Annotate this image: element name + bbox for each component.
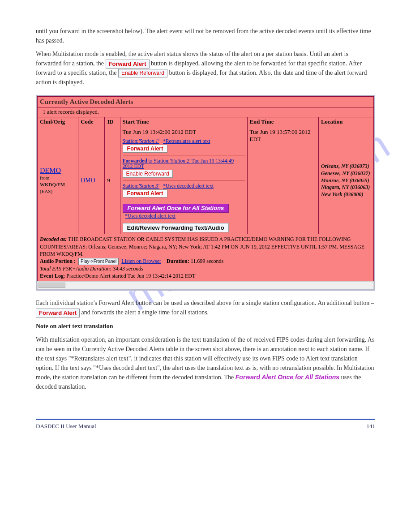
col-start: Start Time (120, 117, 247, 127)
start-cell: Tue Jun 19 13:42:00 2012 EDT Station:'St… (120, 127, 247, 234)
table-status: 1 alert records displayed. (38, 107, 374, 117)
forward-alert-button-inline[interactable]: Forward Alert (106, 60, 150, 69)
intro-p1: When Multistation mode is enabled, the a… (36, 50, 375, 87)
fwd-all-text: Forward Alert Once for All Stations (235, 373, 339, 381)
col-code: Code (78, 117, 105, 127)
fwd-all-note[interactable]: *Uses decoded alert text (125, 213, 176, 219)
code-cell: DMO (78, 127, 105, 234)
note-title: Note on alert text translation (36, 322, 375, 331)
footer-page: 141 (367, 423, 376, 430)
decoded-alerts-table: Currently Active Decoded Alerts 1 alert … (37, 96, 374, 281)
enable-reforward-button-inline[interactable]: Enable Reforward (118, 69, 167, 77)
table-title: Currently Active Decoded Alerts (38, 97, 374, 107)
horizontal-scrollbar[interactable] (37, 281, 374, 289)
chnl-cell: DEMO from WKDQ/FM (EAS) (38, 127, 78, 234)
forward-alert-button-3[interactable]: Forward Alert (123, 189, 168, 197)
intro-hover: until you forward in the screenshot belo… (36, 27, 375, 45)
forward-alert-button-1[interactable]: Forward Alert (123, 145, 168, 153)
body-text-top: until you forward in the screenshot belo… (36, 27, 375, 87)
outro-p1: Each individual station's Forward Alert … (36, 299, 375, 317)
forward-all-button[interactable]: Forward Alert Once for All Stations (123, 204, 229, 213)
forward-alert-button-outro[interactable]: Forward Alert (36, 309, 80, 317)
edit-review-button[interactable]: Edit/Review Forwarding Text/Audio (123, 223, 229, 232)
play-button[interactable]: Play->Front Panel (78, 258, 119, 265)
col-chnl: Chnl/Orig (38, 117, 78, 127)
listen-link[interactable]: Listen on Browser (121, 258, 161, 264)
enable-reforward-button[interactable]: Enable Reforward (123, 170, 173, 178)
id-cell: 9 (105, 127, 120, 234)
col-id: ID (105, 117, 120, 127)
note-body: With multistation operation, an importan… (36, 335, 375, 391)
footer-rule (36, 419, 375, 420)
station3-note[interactable]: *Uses decoded alert text (163, 183, 214, 189)
page-footer: DASDEC II User Manual 141 (36, 423, 375, 430)
forwarded-link[interactable]: Forwarded to Station:'Station 2' Tue Jun… (123, 158, 234, 169)
code-link[interactable]: DMO (81, 177, 95, 184)
col-end: End Time (247, 117, 318, 127)
station1-link[interactable]: Station:'Station 1' (123, 138, 159, 144)
footer-title: DASDEC II User Manual (36, 423, 96, 430)
body-text-bottom: Each individual station's Forward Alert … (36, 299, 375, 391)
decoded-cell: Decoded as: THE BROADCAST STATION OR CAB… (38, 234, 374, 281)
chnl-link[interactable]: DEMO (40, 167, 61, 174)
station3-link[interactable]: Station:'Station 3' (123, 183, 159, 189)
screenshot-panel: Currently Active Decoded Alerts 1 alert … (36, 95, 375, 291)
col-loc: Location (318, 117, 373, 127)
location-cell: Orleans, NY (036073) Genesee, NY (036037… (318, 127, 373, 234)
station1-note[interactable]: *Retranslates alert text (163, 138, 210, 144)
end-cell: Tue Jun 19 13:57:00 2012 EDT (247, 127, 318, 234)
